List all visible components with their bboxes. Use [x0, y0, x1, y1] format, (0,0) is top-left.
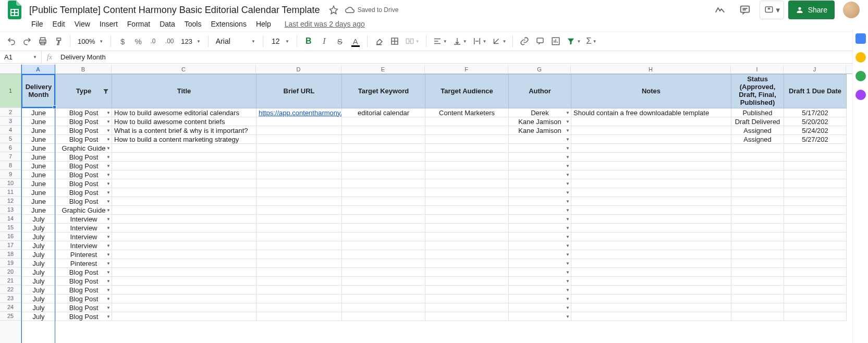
cell[interactable]: [784, 277, 847, 286]
filter-icon[interactable]: [102, 88, 109, 95]
cell[interactable]: [731, 232, 784, 241]
dropdown-caret-icon[interactable]: ▼: [106, 119, 111, 124]
dropdown-caret-icon[interactable]: ▼: [106, 252, 111, 257]
cell[interactable]: [731, 153, 784, 162]
cell[interactable]: How to build a content marketing strateg…: [112, 135, 256, 144]
cell[interactable]: [425, 303, 509, 312]
cell[interactable]: [731, 268, 784, 277]
cell[interactable]: [112, 250, 256, 259]
header-cell[interactable]: Delivery Month: [22, 75, 56, 108]
cell[interactable]: [342, 170, 425, 179]
cell[interactable]: [571, 144, 731, 153]
font-size-select[interactable]: 12▼: [267, 34, 292, 48]
row-header-13[interactable]: 13: [0, 205, 21, 214]
dropdown-caret-icon[interactable]: ▼: [106, 270, 111, 275]
cell[interactable]: [112, 179, 256, 188]
cell[interactable]: ▼: [509, 206, 571, 215]
cell[interactable]: [256, 206, 342, 215]
cell[interactable]: Blog Post▼: [56, 286, 112, 295]
zoom-select[interactable]: 100%▼: [75, 34, 106, 48]
cell[interactable]: [571, 170, 731, 179]
merge-cells-button[interactable]: ▼: [403, 34, 422, 48]
cell[interactable]: June: [22, 179, 56, 188]
cell[interactable]: [256, 250, 342, 259]
row-header-9[interactable]: 9: [0, 170, 21, 179]
col-header-A[interactable]: A: [21, 65, 55, 74]
cell[interactable]: [731, 179, 784, 188]
cell[interactable]: [425, 179, 509, 188]
cell[interactable]: [731, 277, 784, 286]
activity-icon[interactable]: [710, 0, 730, 20]
row-header-1[interactable]: 1: [0, 74, 21, 108]
menu-format[interactable]: Format: [123, 18, 154, 30]
dropdown-caret-icon[interactable]: ▼: [106, 173, 111, 177]
cell[interactable]: July: [22, 241, 56, 250]
cell[interactable]: Kane Jamison▼: [509, 117, 571, 126]
cell[interactable]: [112, 144, 256, 153]
cell[interactable]: [425, 117, 509, 126]
cell[interactable]: Should contain a free downloadable templ…: [571, 108, 731, 117]
cell[interactable]: ▼: [509, 303, 571, 312]
row-headers[interactable]: 1234567891011121314151617181920212223242…: [0, 74, 21, 343]
cell[interactable]: [784, 259, 847, 268]
cell[interactable]: [731, 250, 784, 259]
cell[interactable]: Blog Post▼: [56, 162, 112, 170]
cell[interactable]: [571, 250, 731, 259]
cell[interactable]: ▼: [509, 170, 571, 179]
cell[interactable]: July: [22, 286, 56, 295]
row-header-2[interactable]: 2: [0, 108, 21, 117]
more-formats-button[interactable]: 123▼: [178, 34, 204, 48]
cell[interactable]: July: [22, 250, 56, 259]
header-cell[interactable]: Brief URL: [256, 75, 342, 108]
cell[interactable]: Interview▼: [56, 224, 112, 232]
dropdown-caret-icon[interactable]: ▼: [566, 119, 570, 124]
dropdown-caret-icon[interactable]: ▼: [566, 270, 570, 275]
dropdown-caret-icon[interactable]: ▼: [106, 305, 111, 310]
cell[interactable]: [425, 224, 509, 232]
keep-addon-icon[interactable]: [855, 52, 866, 63]
cell[interactable]: [571, 162, 731, 170]
cell[interactable]: [342, 277, 425, 286]
paint-format-button[interactable]: [51, 34, 66, 48]
cell[interactable]: July: [22, 215, 56, 224]
cell[interactable]: https://app.contentharmony.com: [256, 108, 342, 117]
cell[interactable]: [342, 126, 425, 135]
dropdown-caret-icon[interactable]: ▼: [566, 128, 570, 133]
cell[interactable]: [731, 197, 784, 206]
header-cell[interactable]: Author: [509, 75, 571, 108]
cell[interactable]: [342, 312, 425, 321]
row-header-24[interactable]: 24: [0, 303, 21, 312]
cell[interactable]: Blog Post▼: [56, 153, 112, 162]
cell[interactable]: [425, 241, 509, 250]
menu-edit[interactable]: Edit: [48, 18, 69, 30]
row-header-15[interactable]: 15: [0, 223, 21, 232]
cell[interactable]: How to build awesome editorial calendars: [112, 108, 256, 117]
cell[interactable]: [342, 179, 425, 188]
dropdown-caret-icon[interactable]: ▼: [566, 243, 570, 248]
cell[interactable]: [342, 268, 425, 277]
v-align-button[interactable]: ▼: [450, 34, 469, 48]
row-header-7[interactable]: 7: [0, 152, 21, 161]
cell[interactable]: [571, 241, 731, 250]
cell[interactable]: [112, 162, 256, 170]
cell[interactable]: [342, 135, 425, 144]
cell[interactable]: [342, 286, 425, 295]
italic-button[interactable]: I: [317, 34, 332, 48]
cell[interactable]: [784, 224, 847, 232]
h-align-button[interactable]: ▼: [431, 34, 449, 48]
cell[interactable]: [731, 303, 784, 312]
decrease-decimal-button[interactable]: .0: [146, 34, 161, 48]
col-header-E[interactable]: E: [341, 65, 425, 74]
menu-tools[interactable]: Tools: [180, 18, 206, 30]
dropdown-caret-icon[interactable]: ▼: [106, 208, 111, 213]
dropdown-caret-icon[interactable]: ▼: [106, 111, 111, 115]
cell[interactable]: [784, 303, 847, 312]
fill-color-button[interactable]: [372, 34, 386, 48]
cell[interactable]: June: [22, 117, 56, 126]
cell[interactable]: [731, 144, 784, 153]
cell[interactable]: What is a content brief & why is it impo…: [112, 126, 256, 135]
cell[interactable]: [342, 206, 425, 215]
cell[interactable]: [425, 126, 509, 135]
dropdown-caret-icon[interactable]: ▼: [566, 288, 570, 292]
dropdown-caret-icon[interactable]: ▼: [106, 181, 111, 186]
